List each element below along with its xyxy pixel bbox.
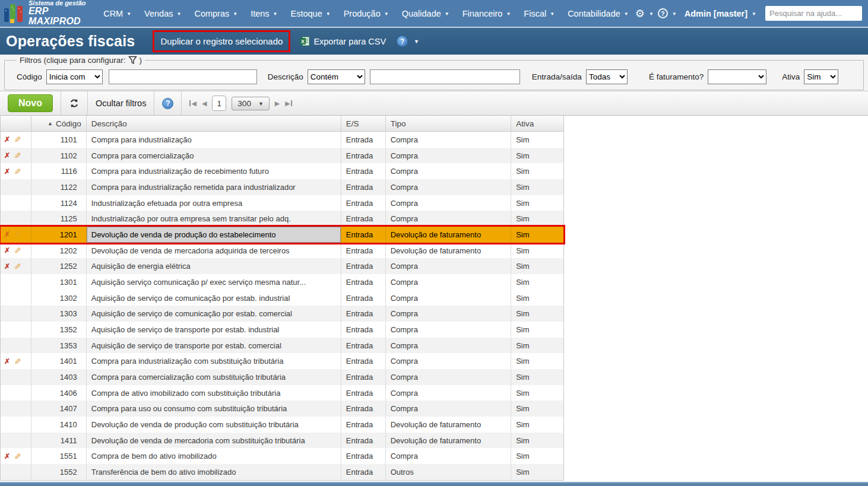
cell-es[interactable]: Entrada xyxy=(341,163,386,179)
cell-ativa[interactable]: Sim xyxy=(511,385,563,401)
new-button[interactable]: Novo xyxy=(8,94,53,112)
cell-descricao[interactable]: Devolução de venda de produção do estabe… xyxy=(87,227,341,243)
cell-codigo[interactable]: 1352 xyxy=(31,322,87,338)
filter-descricao-input[interactable] xyxy=(370,69,520,84)
nav-item-fiscal[interactable]: Fiscal▼ xyxy=(517,0,561,27)
delete-row-icon[interactable]: ✗ xyxy=(4,152,10,159)
table-row[interactable]: ✗ ✎ 1401 Compra para industrialização co… xyxy=(1,353,563,369)
cell-codigo[interactable]: 1551 xyxy=(31,448,87,464)
cell-ativa[interactable]: Sim xyxy=(511,433,563,449)
cell-ativa[interactable]: Sim xyxy=(511,195,563,211)
cell-tipo[interactable]: Compra xyxy=(386,448,512,464)
table-row[interactable]: ✗ ✎ 1352 Aquisição de serviço de transpo… xyxy=(1,322,563,338)
chevron-down-icon[interactable]: ▼ xyxy=(414,39,419,45)
cell-codigo[interactable]: 1202 xyxy=(31,243,87,259)
cell-tipo[interactable]: Compra xyxy=(386,258,512,274)
cell-tipo[interactable]: Compra xyxy=(386,290,512,306)
edit-row-icon[interactable]: ✎ xyxy=(13,358,21,365)
cell-tipo[interactable]: Compra xyxy=(386,148,512,164)
nav-item-contabilidade[interactable]: Contabilidade▼ xyxy=(561,0,635,27)
header-descricao[interactable]: Descrição xyxy=(87,116,341,131)
hide-filters-button[interactable]: Ocultar filtros xyxy=(96,99,146,108)
filter-codigo-operator-select[interactable]: Inicia com xyxy=(46,69,103,84)
cell-codigo[interactable]: 1124 xyxy=(31,195,87,211)
funnel-icon[interactable] xyxy=(128,56,137,65)
cell-codigo[interactable]: 1116 xyxy=(31,163,87,179)
nav-item-producao[interactable]: Produção▼ xyxy=(337,0,395,27)
filter-faturamento-select[interactable] xyxy=(708,69,766,84)
cell-descricao[interactable]: Devolução de venda de mercadoria com sub… xyxy=(87,433,341,449)
cell-descricao[interactable]: Devolução de venda de mercadoria adquiri… xyxy=(87,243,341,259)
cell-ativa[interactable]: Sim xyxy=(511,211,563,227)
cell-tipo[interactable]: Compra xyxy=(386,322,512,338)
cell-ativa[interactable]: Sim xyxy=(511,179,563,195)
delete-row-icon[interactable]: ✗ xyxy=(4,136,10,143)
help-search-input[interactable] xyxy=(765,6,862,21)
cell-descricao[interactable]: Transferência de bem do ativo imobilizad… xyxy=(87,464,341,480)
cell-ativa[interactable]: Sim xyxy=(511,322,563,338)
edit-row-icon[interactable]: ✎ xyxy=(13,168,21,175)
cell-tipo[interactable]: Compra xyxy=(386,369,512,385)
nav-item-vendas[interactable]: Vendas▼ xyxy=(138,0,188,27)
cell-ativa[interactable]: Sim xyxy=(511,401,563,417)
cell-descricao[interactable]: Aquisição de serviço de transporte por e… xyxy=(87,338,341,354)
cell-es[interactable]: Entrada xyxy=(341,258,386,274)
cell-ativa[interactable]: Sim xyxy=(511,369,563,385)
cell-codigo[interactable]: 1252 xyxy=(31,258,87,274)
cell-ativa[interactable]: Sim xyxy=(511,163,563,179)
cell-tipo[interactable]: Outros xyxy=(386,464,512,480)
cell-descricao[interactable]: Industrialização por outra empresa sem t… xyxy=(87,211,341,227)
cell-codigo[interactable]: 1406 xyxy=(31,385,87,401)
table-row[interactable]: ✗ ✎ 1406 Compra de ativo imobilizado com… xyxy=(1,385,563,401)
edit-row-icon[interactable]: ✎ xyxy=(13,136,21,143)
cell-tipo[interactable]: Compra xyxy=(386,179,512,195)
cell-codigo[interactable]: 1303 xyxy=(31,306,87,322)
cell-descricao[interactable]: Aquisição de serviço de comunicação por … xyxy=(87,306,341,322)
gear-icon[interactable]: ⚙ xyxy=(635,8,645,19)
delete-row-icon[interactable]: ✗ xyxy=(4,453,10,460)
table-row[interactable]: ✗ ✎ 1252 Aquisição de energia elétrica E… xyxy=(1,258,563,274)
table-row[interactable]: ✗ ✎ 1301 Aquisição serviço comunicação p… xyxy=(1,274,563,290)
table-row[interactable]: ✗ ✎ 1410 Devolução de venda de produção … xyxy=(1,417,563,433)
cell-es[interactable]: Entrada xyxy=(341,306,386,322)
cell-descricao[interactable]: Compra para industrialização de recebime… xyxy=(87,163,341,179)
export-csv-button[interactable]: X Exportar para CSV xyxy=(300,36,386,46)
cell-tipo[interactable]: Compra xyxy=(386,385,512,401)
previous-page-button[interactable]: ◀ xyxy=(202,100,207,107)
help-icon[interactable]: ? xyxy=(397,36,408,47)
cell-es[interactable]: Entrada xyxy=(341,401,386,417)
cell-ativa[interactable]: Sim xyxy=(511,132,563,148)
cell-codigo[interactable]: 1552 xyxy=(31,464,87,480)
delete-row-icon[interactable]: ✗ xyxy=(4,263,10,270)
current-page-box[interactable]: 1 xyxy=(212,96,226,111)
first-page-button[interactable]: ◀ xyxy=(189,100,196,107)
delete-row-icon[interactable]: ✗ xyxy=(4,231,10,238)
cell-tipo[interactable]: Compra xyxy=(386,195,512,211)
cell-tipo[interactable]: Devolução de faturamento xyxy=(386,243,512,259)
cell-ativa[interactable]: Sim xyxy=(511,243,563,259)
help-icon[interactable]: ? xyxy=(162,98,173,109)
cell-codigo[interactable]: 1302 xyxy=(31,290,87,306)
next-page-button[interactable]: ▶ xyxy=(275,100,280,107)
cell-descricao[interactable]: Compra para comercialização com substitu… xyxy=(87,369,341,385)
table-row[interactable]: ✗ ✎ 1551 Compra de bem do ativo imobiliz… xyxy=(1,448,563,464)
header-es[interactable]: E/S xyxy=(341,116,386,131)
cell-es[interactable]: Entrada xyxy=(341,148,386,164)
cell-tipo[interactable]: Devolução de faturamento xyxy=(386,417,512,433)
cell-descricao[interactable]: Compra para industrialização xyxy=(87,132,341,148)
cell-ativa[interactable]: Sim xyxy=(511,227,563,243)
chevron-down-icon[interactable]: ▼ xyxy=(649,12,654,17)
table-row[interactable]: ✗ ✎ 1303 Aquisição de serviço de comunic… xyxy=(1,306,563,322)
cell-codigo[interactable]: 1101 xyxy=(31,132,87,148)
header-codigo[interactable]: ▲ Código xyxy=(31,116,87,131)
cell-es[interactable]: Entrada xyxy=(341,385,386,401)
cell-es[interactable]: Entrada xyxy=(341,464,386,480)
cell-es[interactable]: Entrada xyxy=(341,338,386,354)
cell-ativa[interactable]: Sim xyxy=(511,464,563,480)
cell-codigo[interactable]: 1411 xyxy=(31,433,87,449)
cell-codigo[interactable]: 1201 xyxy=(31,227,87,243)
cell-ativa[interactable]: Sim xyxy=(511,306,563,322)
cell-descricao[interactable]: Compra de bem do ativo imobilizado xyxy=(87,448,341,464)
last-page-button[interactable]: ▶ xyxy=(285,100,292,107)
edit-row-icon[interactable]: ✎ xyxy=(13,247,21,254)
